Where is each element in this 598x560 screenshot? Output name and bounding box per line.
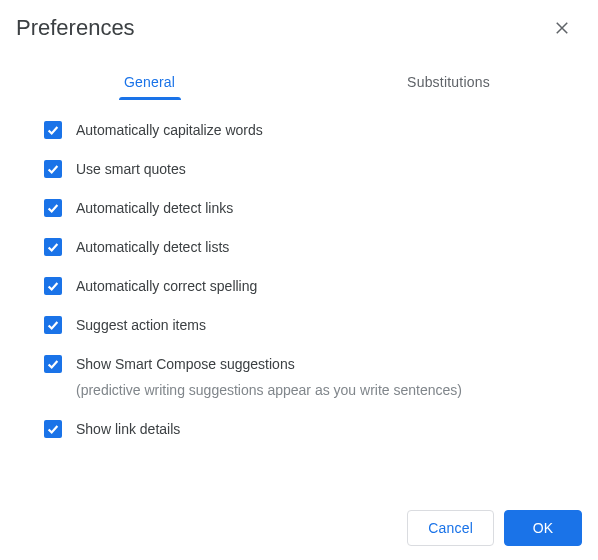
option-text: Use smart quotes <box>76 159 186 179</box>
option-text: Automatically capitalize words <box>76 120 263 140</box>
option-text: Automatically detect lists <box>76 237 229 257</box>
checkbox-link-details[interactable] <box>44 420 62 438</box>
close-icon <box>553 19 571 37</box>
check-icon <box>46 123 60 137</box>
ok-button[interactable]: OK <box>504 510 582 546</box>
option-detect-links: Automatically detect links <box>44 198 582 218</box>
option-text: Show Smart Compose suggestions (predicti… <box>76 354 462 400</box>
close-button[interactable] <box>542 8 582 48</box>
check-icon <box>46 162 60 176</box>
option-smart-quotes: Use smart quotes <box>44 159 582 179</box>
check-icon <box>46 279 60 293</box>
checkbox-capitalize[interactable] <box>44 121 62 139</box>
option-label: Automatically detect lists <box>76 237 229 257</box>
option-detect-lists: Automatically detect lists <box>44 237 582 257</box>
option-label: Use smart quotes <box>76 159 186 179</box>
option-label: Suggest action items <box>76 315 206 335</box>
tab-general[interactable]: General <box>0 62 299 100</box>
option-link-details: Show link details <box>44 419 582 439</box>
check-icon <box>46 201 60 215</box>
option-label: Automatically correct spelling <box>76 276 257 296</box>
checkbox-smart-compose[interactable] <box>44 355 62 373</box>
options-list: Automatically capitalize words Use smart… <box>0 100 598 439</box>
check-icon <box>46 318 60 332</box>
preferences-dialog: Preferences General Substitutions Automa… <box>0 0 598 439</box>
option-correct-spelling: Automatically correct spelling <box>44 276 582 296</box>
option-text: Suggest action items <box>76 315 206 335</box>
option-label: Show Smart Compose suggestions <box>76 354 462 374</box>
dialog-header: Preferences <box>0 0 598 48</box>
check-icon <box>46 357 60 371</box>
checkbox-action-items[interactable] <box>44 316 62 334</box>
option-text: Automatically detect links <box>76 198 233 218</box>
option-text: Automatically correct spelling <box>76 276 257 296</box>
tab-substitutions[interactable]: Substitutions <box>299 62 598 100</box>
option-action-items: Suggest action items <box>44 315 582 335</box>
option-capitalize: Automatically capitalize words <box>44 120 582 140</box>
cancel-button[interactable]: Cancel <box>407 510 494 546</box>
option-sublabel: (predictive writing suggestions appear a… <box>76 380 462 400</box>
checkbox-detect-lists[interactable] <box>44 238 62 256</box>
option-label: Show link details <box>76 419 180 439</box>
check-icon <box>46 422 60 436</box>
option-label: Automatically detect links <box>76 198 233 218</box>
check-icon <box>46 240 60 254</box>
option-smart-compose: Show Smart Compose suggestions (predicti… <box>44 354 582 400</box>
checkbox-correct-spelling[interactable] <box>44 277 62 295</box>
dialog-title: Preferences <box>16 15 135 41</box>
tabs: General Substitutions <box>0 62 598 100</box>
option-text: Show link details <box>76 419 180 439</box>
option-label: Automatically capitalize words <box>76 120 263 140</box>
checkbox-detect-links[interactable] <box>44 199 62 217</box>
checkbox-smart-quotes[interactable] <box>44 160 62 178</box>
dialog-footer: Cancel OK <box>407 510 582 546</box>
